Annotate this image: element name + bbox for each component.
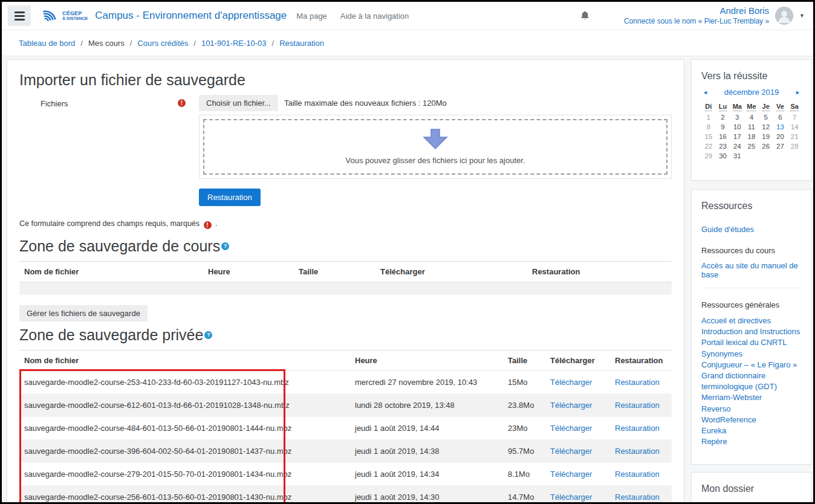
nav-aide-navigation[interactable]: Aide à la navigation — [340, 11, 409, 21]
resource-link[interactable]: Portail lexical du CNRTL — [701, 337, 802, 348]
cegep-swirl-icon — [39, 6, 60, 26]
resource-link[interactable]: Synonymes — [701, 349, 802, 360]
restore-link[interactable]: Restauration — [615, 401, 660, 410]
manage-backups-button[interactable]: Gérer les fichiers de sauvegarde — [19, 305, 148, 321]
backup-file-name: sauvegarde-moodle2-course-484-601-013-50… — [19, 416, 350, 439]
hamburger-icon — [15, 11, 25, 13]
course-resources-subheading: Ressources du cours — [701, 246, 802, 255]
calendar-day: 19 — [759, 132, 773, 141]
calendar-day: 8 — [701, 123, 716, 131]
calendar-prev-icon[interactable]: ◄ — [703, 89, 708, 95]
calendar-day: 27 — [773, 142, 788, 150]
backup-file-time: mercredi 27 novembre 2019, 10:43 — [350, 370, 503, 393]
resource-link[interactable]: Reverso — [701, 404, 802, 415]
notification-bell-icon[interactable] — [580, 10, 590, 21]
restore-submit-button[interactable]: Restauration — [199, 189, 261, 206]
calendar-day: 10 — [730, 123, 744, 131]
logged-in-as: Connecté sous le nom « Pier-Luc Tremblay… — [624, 17, 769, 26]
restore-link[interactable]: Restauration — [615, 470, 660, 479]
private-backup-table: Nom de fichier Heure Taille Télécharger … — [19, 350, 672, 504]
help-icon[interactable] — [221, 242, 229, 250]
backup-file-name: sauvegarde-moodle2-course-612-601-013-fd… — [19, 393, 350, 416]
app-header: CÉGEP À DISTANCE Campus - Environnement … — [2, 2, 813, 30]
backup-file-size: 8.1Mo — [503, 462, 545, 485]
file-dropzone[interactable]: Vous pouvez glisser des fichiers ici pou… — [203, 119, 667, 175]
restore-link[interactable]: Restauration — [615, 493, 660, 502]
dropzone-text: Vous pouvez glisser des fichiers ici pou… — [346, 156, 525, 165]
col-heure: Heure — [350, 350, 503, 370]
backup-file-row: sauvegarde-moodle2-course-256-601-013-50… — [19, 485, 672, 504]
calendar-day: 9 — [716, 123, 730, 131]
calendar-day[interactable]: 13 — [773, 123, 788, 131]
resources-block: Ressources Guide d'études Ressources du … — [691, 189, 812, 465]
restore-link[interactable]: Restauration — [615, 447, 660, 456]
general-resources-list: Accueil et directivesIntroduction and In… — [701, 315, 802, 447]
calendar-day: 4 — [744, 113, 759, 121]
calendar-day: 5 — [759, 113, 773, 121]
download-link[interactable]: Télécharger — [550, 470, 592, 479]
weekday-label: Me — [747, 103, 756, 111]
max-size-text: Taille maximale des nouveaux fichiers : … — [284, 99, 447, 108]
col-restauration: Restauration — [527, 262, 672, 282]
download-link[interactable]: Télécharger — [550, 401, 592, 410]
resource-link[interactable]: Introduction and Instructions — [701, 326, 802, 337]
user-menu[interactable]: Andrei Boris Connecté sous le nom « Pier… — [624, 5, 769, 26]
resource-link[interactable]: WordReference — [701, 415, 802, 425]
site-title[interactable]: Campus - Environnement d'apprentissage — [95, 10, 287, 22]
choose-file-button[interactable]: Choisir un fichier... — [199, 95, 278, 111]
download-link[interactable]: Télécharger — [550, 447, 592, 456]
backup-file-size: 23.8Mo — [503, 393, 545, 416]
calendar-day: 17 — [730, 132, 744, 141]
calendar-day: 24 — [730, 142, 744, 150]
download-link[interactable]: Télécharger — [550, 378, 592, 387]
crumb-course-code[interactable]: 101-901-RE-10-03 — [201, 39, 267, 48]
resource-link[interactable]: Accueil et directives — [701, 315, 802, 326]
calendar-month-label[interactable]: décembre 2019 — [724, 88, 779, 97]
filepicker-area: Vous pouvez glisser des fichiers ici pou… — [199, 115, 672, 179]
avatar[interactable] — [775, 7, 793, 25]
col-taille: Taille — [294, 262, 375, 282]
manual-site-link[interactable]: Accès au site du manuel de base — [701, 261, 802, 279]
resource-link[interactable]: Eureka — [701, 425, 802, 436]
calendar-day: 20 — [773, 132, 788, 141]
private-zone-title: Zone de sauvegarde privée — [19, 326, 672, 344]
restore-link[interactable]: Restauration — [615, 378, 660, 387]
required-icon — [204, 221, 212, 229]
backup-file-row: sauvegarde-moodle2-course-279-201-015-50… — [19, 462, 672, 485]
menu-button[interactable] — [8, 5, 31, 26]
resource-link[interactable]: Conjugueur – « Le Figaro » — [701, 360, 802, 370]
nav-ma-page[interactable]: Ma page — [296, 11, 327, 21]
file-form-row: Fichiers Choisir un fichier... Taille ma… — [19, 95, 672, 179]
header-right: Andrei Boris Connecté sous le nom « Pier… — [580, 5, 805, 26]
brand-logo[interactable]: CÉGEP À DISTANCE — [39, 6, 88, 26]
crumb-tableau-de-bord[interactable]: Tableau de bord — [19, 39, 75, 48]
calendar-day: 14 — [787, 123, 802, 131]
calendar-day: 23 — [716, 142, 730, 150]
calendar-day: 31 — [730, 152, 744, 160]
calendar-day: 15 — [701, 132, 716, 141]
weekday-label: Lu — [719, 103, 727, 111]
download-link[interactable]: Télécharger — [550, 424, 592, 433]
chevron-down-icon[interactable]: ▼ — [799, 13, 805, 19]
resource-link[interactable]: Merriam-Webster — [701, 392, 802, 403]
course-zone-title: Zone de sauvegarde de cours — [19, 237, 672, 255]
resource-link[interactable]: Repère — [701, 436, 802, 447]
user-name[interactable]: Andrei Boris — [624, 5, 769, 17]
download-link[interactable]: Télécharger — [550, 493, 592, 502]
resource-link[interactable]: Grand dictionnaire terminologique (GDT) — [701, 370, 802, 392]
backup-file-row: sauvegarde-moodle2-course-612-601-013-fd… — [19, 393, 672, 416]
backup-file-size: 14.7Mo — [503, 485, 545, 504]
restore-link[interactable]: Restauration — [615, 424, 660, 433]
help-icon[interactable] — [204, 331, 212, 339]
backup-file-time: lundi 28 octobre 2019, 13:48 — [350, 393, 503, 416]
crumb-restauration[interactable]: Restauration — [279, 39, 324, 48]
required-icon — [178, 99, 186, 107]
calendar-next-icon[interactable]: ► — [795, 89, 800, 95]
calendar-day: 3 — [730, 113, 744, 121]
col-telecharger: Télécharger — [545, 350, 610, 370]
crumb-cours-credites[interactable]: Cours crédités — [137, 39, 188, 48]
backup-file-time: jeudi 1 août 2019, 14:38 — [350, 439, 503, 462]
calendar-day: 1 — [701, 113, 716, 121]
calendar-day: 11 — [744, 123, 759, 131]
guide-etudes-link[interactable]: Guide d'études — [701, 225, 802, 234]
